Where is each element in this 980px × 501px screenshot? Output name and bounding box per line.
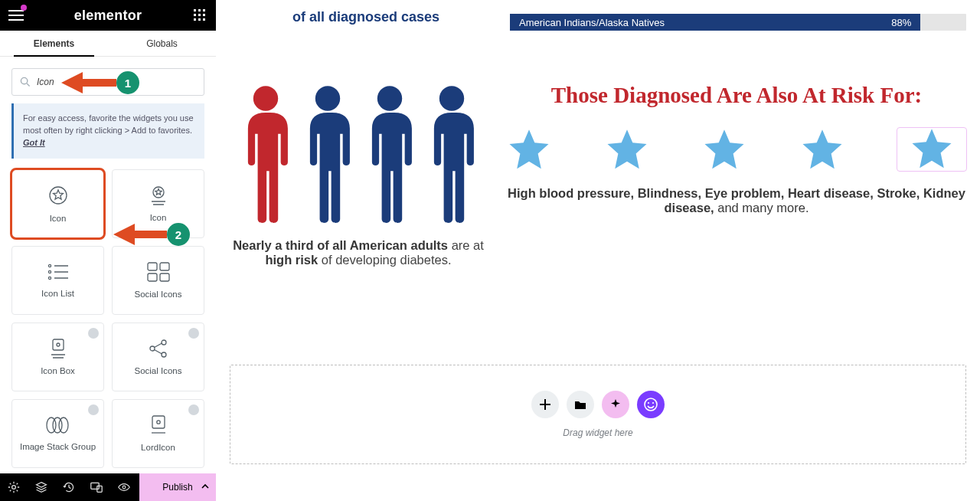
svg-point-43 xyxy=(645,398,657,411)
people-section: Nearly a third of all American adults ar… xyxy=(230,84,487,267)
svg-rect-5 xyxy=(203,14,205,16)
responsive-button[interactable] xyxy=(83,473,110,501)
svg-point-45 xyxy=(652,402,654,404)
svg-point-9 xyxy=(21,77,27,84)
callout-step-1: 1 xyxy=(116,71,139,94)
svg-rect-6 xyxy=(194,18,196,21)
svg-point-21 xyxy=(150,346,155,351)
history-button[interactable] xyxy=(55,473,83,501)
person-icon xyxy=(238,84,293,229)
widget-label: Icon Box xyxy=(41,366,75,375)
favorites-tip: For easy access, favorite the widgets yo… xyxy=(11,103,204,159)
svg-rect-2 xyxy=(203,9,205,11)
svg-point-23 xyxy=(162,352,166,357)
drop-ai-button[interactable] xyxy=(602,391,629,418)
sidebar-toolbar: Publish xyxy=(0,473,216,501)
progress-value: 88% xyxy=(891,17,911,28)
menu-button[interactable] xyxy=(8,7,24,24)
settings-button[interactable] xyxy=(0,473,28,501)
search-icon xyxy=(20,77,31,87)
svg-point-14 xyxy=(48,277,51,279)
drop-add-button[interactable] xyxy=(531,391,559,418)
callout-step-2: 2 xyxy=(167,223,190,246)
star-icon[interactable] xyxy=(897,128,966,171)
chevron-up-icon xyxy=(201,482,210,493)
svg-rect-7 xyxy=(198,18,201,21)
widget-label: Social Icons xyxy=(134,366,181,375)
folder-icon xyxy=(574,399,586,410)
svg-rect-8 xyxy=(203,18,205,21)
widget-dropzone[interactable]: Drag widget here xyxy=(230,365,966,464)
svg-rect-19 xyxy=(53,339,64,350)
pro-badge-icon xyxy=(88,404,99,415)
sidebar-tabs: Elements Globals xyxy=(0,31,216,57)
drop-folder-button[interactable] xyxy=(567,391,594,418)
svg-point-26 xyxy=(59,418,68,433)
widget-image-stack-group[interactable]: Image Stack Group xyxy=(11,399,104,468)
navigator-button[interactable] xyxy=(28,473,55,501)
svg-point-32 xyxy=(122,486,126,489)
sparkle-icon xyxy=(609,398,622,411)
tip-got-it-link[interactable]: Got It xyxy=(23,138,45,147)
widget-search[interactable] xyxy=(11,68,204,96)
widget-icon-box[interactable]: Icon Box xyxy=(11,323,104,391)
plus-icon xyxy=(539,398,551,411)
person-icon xyxy=(300,84,355,229)
widget-icon-alt[interactable]: Icon xyxy=(112,169,204,238)
list-icon xyxy=(47,263,70,281)
widget-label: Icon xyxy=(50,214,67,223)
notification-dot-icon xyxy=(21,5,27,11)
widget-label: Image Stack Group xyxy=(20,442,96,451)
widget-social-icons-2[interactable]: Social Icons xyxy=(112,323,204,391)
people-caption: Nearly a third of all American adults ar… xyxy=(230,238,487,267)
fragment-caption: of all diagnosed cases xyxy=(292,9,439,25)
star-icon[interactable] xyxy=(605,128,649,172)
star-icon[interactable] xyxy=(702,128,746,172)
dropzone-label: Drag widget here xyxy=(563,427,632,438)
widget-icon[interactable]: Icon xyxy=(11,169,104,238)
publish-button[interactable]: Publish xyxy=(139,473,216,501)
svg-point-22 xyxy=(162,340,166,345)
person-icon xyxy=(362,84,417,229)
svg-point-20 xyxy=(57,343,60,346)
svg-point-12 xyxy=(48,264,51,267)
svg-rect-3 xyxy=(194,14,196,16)
widget-label: Icon List xyxy=(41,289,74,298)
star-icon[interactable] xyxy=(507,128,551,172)
svg-point-28 xyxy=(156,421,159,424)
svg-rect-1 xyxy=(198,9,201,11)
editor-canvas: of all diagnosed cases American Indians/… xyxy=(216,0,980,501)
progress-bar: American Indians/Alaska Natives 88% xyxy=(510,14,966,31)
pro-badge-icon xyxy=(88,328,99,339)
svg-point-13 xyxy=(48,270,51,273)
svg-point-39 xyxy=(253,86,277,110)
progress-fill: American Indians/Alaska Natives 88% xyxy=(510,14,920,31)
svg-rect-27 xyxy=(152,416,165,428)
svg-point-44 xyxy=(648,402,649,404)
svg-rect-15 xyxy=(148,263,157,270)
svg-point-41 xyxy=(377,86,401,110)
widgets-grid: Icon Icon Icon List Social Icons Icon Bo… xyxy=(0,169,216,480)
svg-point-29 xyxy=(12,486,16,490)
tab-elements[interactable]: Elements xyxy=(0,31,108,56)
progress-label: American Indians/Alaska Natives xyxy=(519,17,665,28)
star-circle-icon xyxy=(47,185,69,206)
svg-rect-4 xyxy=(198,14,201,16)
widget-label: Social Icons xyxy=(134,290,181,299)
star-icon[interactable] xyxy=(800,128,844,172)
smiley-icon xyxy=(644,398,658,411)
apps-grid-button[interactable] xyxy=(191,7,208,24)
tip-text: For easy access, favorite the widgets yo… xyxy=(23,113,194,135)
svg-rect-17 xyxy=(148,273,157,281)
social-grid-icon xyxy=(146,262,171,282)
drop-smiley-button[interactable] xyxy=(637,391,665,418)
elementor-logo: elementor xyxy=(74,8,142,24)
person-icon xyxy=(424,84,479,229)
widget-social-icons[interactable]: Social Icons xyxy=(112,246,204,315)
widget-icon-list[interactable]: Icon List xyxy=(11,246,104,315)
preview-button[interactable] xyxy=(110,473,138,501)
tab-globals[interactable]: Globals xyxy=(108,31,216,56)
widget-lordicon[interactable]: LordIcon xyxy=(112,399,204,468)
elementor-sidebar: elementor Elements Globals For easy acce… xyxy=(0,0,216,501)
svg-rect-16 xyxy=(160,263,169,270)
